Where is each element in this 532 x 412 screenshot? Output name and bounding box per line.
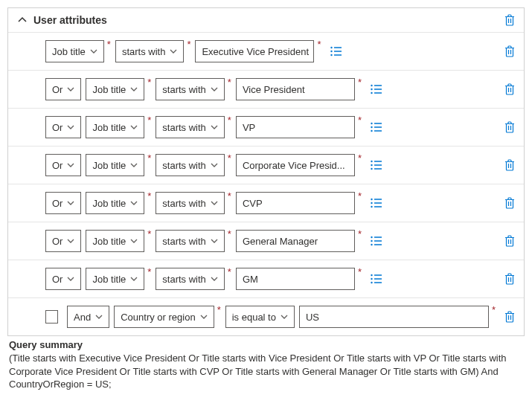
dropdown-label: starts with bbox=[162, 274, 206, 285]
attribute-dropdown[interactable]: Job title bbox=[86, 192, 144, 214]
operator-dropdown[interactable]: starts with bbox=[156, 268, 225, 290]
required-marker: * bbox=[228, 115, 231, 126]
chevron-down-icon bbox=[200, 315, 208, 319]
operator-dropdown[interactable]: is equal to bbox=[225, 306, 295, 328]
required-marker: * bbox=[147, 77, 151, 88]
required-marker: * bbox=[217, 304, 221, 315]
required-marker: * bbox=[228, 266, 231, 277]
summary-text: (Title starts with Executive Vice Presid… bbox=[9, 352, 523, 391]
rule-row: Or Job title * starts with * Corporate V… bbox=[8, 147, 524, 184]
chevron-down-icon bbox=[130, 201, 138, 205]
required-marker: * bbox=[358, 115, 362, 126]
trash-icon[interactable] bbox=[504, 83, 515, 95]
attribute-dropdown[interactable]: Job title bbox=[86, 154, 144, 176]
required-marker: * bbox=[358, 228, 362, 239]
dropdown-label: Job title bbox=[92, 198, 126, 209]
logic-dropdown[interactable]: Or bbox=[45, 268, 81, 290]
trash-icon[interactable] bbox=[504, 45, 515, 57]
rule-row: Or Job title * starts with * General Man… bbox=[8, 222, 524, 260]
chevron-down-icon bbox=[170, 49, 177, 54]
attribute-dropdown[interactable]: Job title bbox=[45, 40, 104, 62]
query-summary: Query summary (Title starts with Executi… bbox=[7, 336, 525, 391]
value-input[interactable]: Executive Vice President bbox=[195, 40, 314, 62]
chevron-down-icon bbox=[211, 277, 218, 281]
logic-dropdown[interactable]: Or bbox=[45, 230, 81, 252]
operator-dropdown[interactable]: starts with bbox=[115, 40, 185, 62]
chevron-down-icon bbox=[130, 125, 138, 129]
trash-icon[interactable] bbox=[504, 14, 515, 26]
panel-title: User attributes bbox=[33, 14, 504, 26]
required-marker: * bbox=[147, 152, 151, 164]
required-marker: * bbox=[358, 266, 362, 277]
dropdown-label: starts with bbox=[162, 122, 206, 133]
required-marker: * bbox=[358, 77, 362, 88]
summary-title: Query summary bbox=[9, 339, 523, 350]
dropdown-label: Job title bbox=[92, 274, 126, 285]
value-input[interactable]: General Manager bbox=[236, 230, 355, 252]
chevron-down-icon bbox=[211, 87, 218, 91]
required-marker: * bbox=[147, 228, 151, 239]
list-icon[interactable] bbox=[371, 198, 382, 208]
list-icon[interactable] bbox=[371, 274, 382, 284]
list-icon[interactable] bbox=[371, 236, 382, 246]
chevron-down-icon bbox=[211, 201, 218, 205]
dropdown-label: And bbox=[74, 312, 91, 323]
operator-dropdown[interactable]: starts with bbox=[156, 230, 225, 252]
chevron-down-icon bbox=[211, 163, 218, 167]
attribute-dropdown[interactable]: Job title bbox=[86, 78, 144, 100]
rule-row: Or Job title * starts with * VP* bbox=[8, 109, 524, 147]
attribute-dropdown[interactable]: Job title bbox=[86, 116, 144, 138]
chevron-down-icon bbox=[67, 125, 74, 129]
attribute-dropdown[interactable]: Job title bbox=[86, 268, 144, 290]
required-marker: * bbox=[228, 190, 231, 202]
logic-dropdown[interactable]: Or bbox=[45, 116, 81, 138]
value-input[interactable]: GM bbox=[236, 268, 355, 290]
required-marker: * bbox=[147, 190, 151, 202]
value-input[interactable]: Vice President bbox=[236, 78, 355, 100]
logic-dropdown[interactable]: Or bbox=[45, 78, 81, 100]
list-icon[interactable] bbox=[371, 160, 382, 170]
logic-dropdown[interactable]: Or bbox=[45, 192, 81, 214]
logic-dropdown[interactable]: Or bbox=[45, 154, 81, 176]
operator-dropdown[interactable]: starts with bbox=[156, 154, 225, 176]
list-icon[interactable] bbox=[371, 122, 382, 132]
trash-icon[interactable] bbox=[504, 159, 515, 171]
trash-icon[interactable] bbox=[504, 273, 515, 285]
panel-header: User attributes bbox=[8, 8, 524, 33]
operator-dropdown[interactable]: starts with bbox=[156, 116, 225, 138]
list-icon[interactable] bbox=[330, 46, 342, 57]
attribute-dropdown[interactable]: Job title bbox=[86, 230, 144, 252]
value-input[interactable]: CVP bbox=[236, 192, 355, 214]
chevron-down-icon bbox=[90, 49, 97, 54]
trash-icon[interactable] bbox=[504, 121, 515, 133]
trash-icon[interactable] bbox=[504, 235, 515, 247]
chevron-up-icon[interactable] bbox=[17, 15, 28, 25]
value-input[interactable]: Corporate Vice Presid... bbox=[236, 154, 355, 176]
dropdown-label: Or bbox=[52, 198, 63, 209]
attribute-dropdown[interactable]: Country or region bbox=[114, 306, 214, 328]
chevron-down-icon bbox=[130, 277, 138, 281]
trash-icon[interactable] bbox=[504, 197, 515, 209]
list-icon[interactable] bbox=[371, 84, 382, 94]
dropdown-label: Or bbox=[52, 160, 63, 171]
rule-row: Job title * starts with * Executive Vice… bbox=[8, 33, 524, 71]
required-marker: * bbox=[228, 152, 231, 164]
operator-dropdown[interactable]: starts with bbox=[156, 78, 225, 100]
logic-dropdown[interactable]: And bbox=[67, 306, 109, 328]
chevron-down-icon bbox=[95, 315, 103, 319]
dropdown-label: Job title bbox=[92, 122, 126, 133]
required-marker: * bbox=[358, 190, 362, 202]
value-input[interactable]: US bbox=[299, 306, 489, 328]
chevron-down-icon bbox=[281, 315, 288, 319]
rule-checkbox[interactable] bbox=[45, 310, 58, 324]
trash-icon[interactable] bbox=[504, 311, 515, 323]
chevron-down-icon bbox=[130, 163, 138, 167]
operator-dropdown[interactable]: starts with bbox=[156, 192, 225, 214]
chevron-down-icon bbox=[211, 239, 218, 243]
dropdown-label: Job title bbox=[52, 46, 86, 57]
required-marker: * bbox=[107, 39, 111, 50]
dropdown-label: Job title bbox=[92, 84, 126, 95]
required-marker: * bbox=[147, 115, 151, 126]
value-input[interactable]: VP bbox=[236, 116, 355, 138]
required-marker: * bbox=[492, 304, 496, 315]
